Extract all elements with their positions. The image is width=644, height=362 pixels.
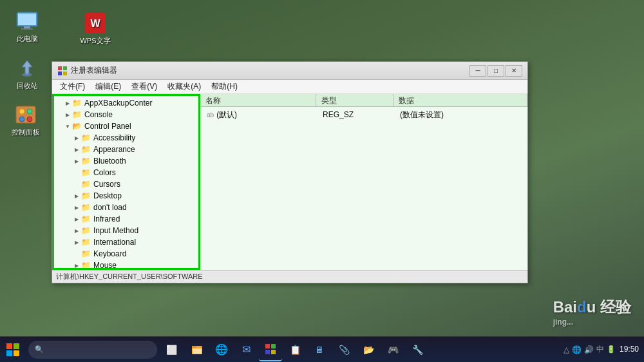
taskbar-app-misc4[interactable]: 📂 xyxy=(357,338,380,361)
tree-item-desktop[interactable]: ▶ 📁 Desktop xyxy=(54,190,198,202)
expander-dontload[interactable]: ▶ xyxy=(72,202,81,213)
notification-icon[interactable]: △ xyxy=(564,345,569,354)
tree-item-appxbackup[interactable]: ▶ 📁 AppXBackupConter xyxy=(54,97,198,109)
tree-item-accessibility[interactable]: ▶ 📁 Accessibility xyxy=(54,132,198,144)
tree-item-bluetooth[interactable]: ▶ 📁 Bluetooth xyxy=(54,155,198,167)
expander-appx[interactable]: ▶ xyxy=(63,97,72,109)
folder-icon-infrared: 📁 xyxy=(81,214,91,224)
tree-item-cursors[interactable]: 📁 Cursors xyxy=(54,178,198,190)
menu-favorites[interactable]: 收藏夹(A) xyxy=(162,80,206,93)
taskbar-app-mail[interactable]: ✉ xyxy=(234,338,258,361)
close-button[interactable]: ✕ xyxy=(506,65,522,77)
tree-item-keyboard[interactable]: 📁 Keyboard xyxy=(54,248,198,260)
expander-colors xyxy=(72,167,81,178)
taskbar-system-icons: △ 🌐 🔊 中 🔋 xyxy=(564,344,616,355)
cell-type-default: REG_SZ xyxy=(317,110,395,119)
recycle-label: 回收站 xyxy=(17,82,38,90)
svg-rect-24 xyxy=(271,344,276,348)
minimize-button[interactable]: ─ xyxy=(469,65,486,77)
expander-bluetooth[interactable]: ▶ xyxy=(72,155,81,167)
start-button[interactable] xyxy=(0,337,26,363)
volume-icon[interactable]: 🔊 xyxy=(584,345,594,354)
svg-text:W: W xyxy=(90,18,100,29)
header-name: 名称 xyxy=(200,94,316,106)
tree-item-console[interactable]: ▶ 📁 Console xyxy=(54,109,198,120)
tree-item-controlpanel[interactable]: ▼ 📂 Control Panel xyxy=(54,120,198,132)
tree-item-international[interactable]: ▶ 📁 International xyxy=(54,236,198,248)
folder-icon-desktop: 📁 xyxy=(81,191,91,200)
taskbar-app-misc6[interactable]: 🔧 xyxy=(406,338,429,361)
tree-label-keyboard: Keyboard xyxy=(93,249,126,258)
menubar: 文件(F) 编辑(E) 查看(V) 收藏夹(A) 帮助(H) xyxy=(52,80,527,94)
taskbar-app-misc1[interactable]: 📋 xyxy=(283,338,307,361)
expander-infrared[interactable]: ▶ xyxy=(72,213,81,225)
statusbar-text: 计算机\HKEY_CURRENT_USER\SOFTWARE xyxy=(56,272,203,281)
expander-desktop[interactable]: ▶ xyxy=(72,190,81,202)
taskbar: 🔍 ⬜ 🌐 ✉ xyxy=(0,336,644,362)
desktop-icon-computer[interactable]: 此电脑 xyxy=(8,10,46,43)
computer-label: 此电脑 xyxy=(17,35,38,43)
header-type: 类型 xyxy=(316,94,393,106)
taskbar-app-ie[interactable]: 🌐 xyxy=(210,338,233,361)
svg-rect-12 xyxy=(58,66,62,70)
tree-item-dontload[interactable]: ▶ 📁 don't load xyxy=(54,202,198,213)
taskview-button[interactable]: ⬜ xyxy=(160,338,183,361)
tree-label-colors: Colors xyxy=(93,168,116,177)
maximize-button[interactable]: □ xyxy=(488,65,504,77)
input-method[interactable]: 中 xyxy=(596,344,604,355)
tree-item-colors[interactable]: 📁 Colors xyxy=(54,167,198,178)
expander-cursors xyxy=(72,178,81,190)
svg-rect-1 xyxy=(18,14,36,25)
menu-view[interactable]: 查看(V) xyxy=(126,80,162,93)
desktop-icon-wps[interactable]: W WPS文字 xyxy=(76,12,115,45)
desktop-icon-controlpanel[interactable]: 控制面板 xyxy=(6,103,45,137)
taskbar-app-misc3[interactable]: 📎 xyxy=(332,338,355,361)
expander-controlpanel[interactable]: ▼ xyxy=(63,120,72,132)
content-row-default[interactable]: ab (默认) REG_SZ (数值未设置) xyxy=(202,108,526,121)
tree-item-infrared[interactable]: ▶ 📁 Infrared xyxy=(54,213,198,225)
expander-international[interactable]: ▶ xyxy=(72,236,81,248)
svg-point-7 xyxy=(27,109,32,114)
expander-appearance[interactable]: ▶ xyxy=(72,144,81,155)
svg-rect-22 xyxy=(193,348,202,354)
header-data: 数据 xyxy=(393,94,527,106)
folder-icon-appearance: 📁 xyxy=(81,145,91,154)
tree-label-console: Console xyxy=(84,110,113,119)
svg-rect-2 xyxy=(24,26,30,28)
desktop-icon-recycle[interactable]: 回收站 xyxy=(8,57,46,90)
taskbar-app-misc2[interactable]: 🖥 xyxy=(308,338,331,361)
menu-edit[interactable]: 编辑(E) xyxy=(90,80,126,93)
taskbar-app-explorer[interactable] xyxy=(185,338,209,361)
taskbar-app-misc5[interactable]: 🎮 xyxy=(381,338,404,361)
folder-icon-international: 📁 xyxy=(81,238,91,247)
expander-mouse[interactable]: ▶ xyxy=(72,260,81,270)
tree-item-appearance[interactable]: ▶ 📁 Appearance xyxy=(54,144,198,155)
clock[interactable]: 19:50 xyxy=(620,345,639,355)
tree-label-infrared: Infrared xyxy=(93,214,120,224)
expander-inputmethod[interactable]: ▶ xyxy=(72,225,81,236)
menu-file[interactable]: 文件(F) xyxy=(55,80,90,93)
baidu-sub: jing... xyxy=(553,318,631,327)
folder-icon-appx: 📁 xyxy=(72,99,82,108)
tree-label-international: International xyxy=(93,238,136,247)
expander-accessibility[interactable]: ▶ xyxy=(72,132,81,144)
menu-help[interactable]: 帮助(H) xyxy=(206,80,243,93)
desktop: 此电脑 回收站 控制面板 W xyxy=(0,0,644,362)
wps-label: WPS文字 xyxy=(80,37,110,45)
tree-item-inputmethod[interactable]: ▶ 📁 Input Method xyxy=(54,225,198,236)
expander-console[interactable]: ▶ xyxy=(63,109,72,120)
folder-icon-dontload: 📁 xyxy=(81,203,91,212)
taskbar-apps: 🌐 ✉ 📋 🖥 📎 📂 🎮 🔧 xyxy=(185,338,429,361)
cell-data-default: (数值未设置) xyxy=(395,110,526,120)
taskbar-search[interactable]: 🔍 xyxy=(28,341,157,359)
folder-icon-mouse: 📁 xyxy=(81,261,91,270)
network-icon[interactable]: 🌐 xyxy=(572,345,582,354)
taskbar-app-regedit[interactable] xyxy=(259,338,282,361)
cell-name-text: (默认) xyxy=(216,110,237,120)
controlpanel-icon xyxy=(14,103,37,126)
tree-panel[interactable]: ▶ 📁 AppXBackupConter ▶ 📁 Console ▼ 📂 Co xyxy=(52,94,200,270)
baidu-text: Baidu 经验 xyxy=(553,297,631,318)
svg-point-9 xyxy=(27,117,32,122)
folder-icon-inputmethod: 📁 xyxy=(81,226,91,235)
tree-item-mouse[interactable]: ▶ 📁 Mouse xyxy=(54,260,198,270)
